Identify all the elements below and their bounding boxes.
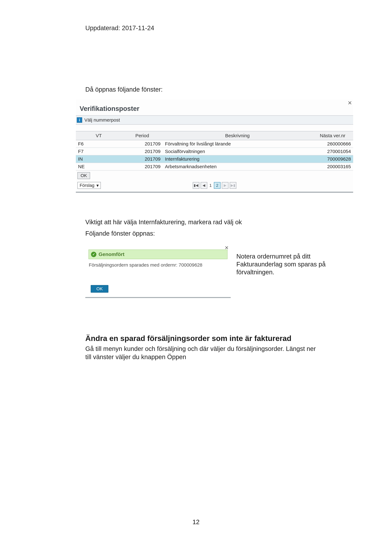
- table-row[interactable]: NE201709Arbetsmarknadsenheten200003165: [76, 163, 353, 170]
- cell-vt: IN: [76, 155, 122, 163]
- info-icon: i: [77, 117, 82, 123]
- cell-desc: Internfakturering: [163, 155, 312, 163]
- section2-heading: Ändra en sparad försäljningsorder som in…: [85, 334, 316, 343]
- mid-paragraph-2: Följande fönster öppnas:: [85, 229, 316, 237]
- cell-vt: F7: [76, 148, 122, 155]
- dialog1-infobar: i Välj nummerpost: [76, 116, 353, 125]
- verifikationsposter-dialog: × Verifikationsposter i Välj nummerpost …: [76, 99, 353, 193]
- updated-label: Uppdaterad: 2017-11-24: [85, 24, 154, 32]
- cell-period: 201709: [122, 163, 163, 170]
- check-icon: ✓: [91, 252, 96, 257]
- verifikations-table: VT Period Beskrivning Nästa ver.nr F6201…: [76, 131, 353, 171]
- genomfort-bar: ✓ Genomfört: [89, 249, 228, 259]
- pager-current-page[interactable]: 2: [214, 182, 221, 189]
- genomfort-dialog: × ✓ Genomfört Försäljningsordern sparade…: [85, 243, 231, 298]
- col-ver[interactable]: Nästa ver.nr: [312, 131, 353, 140]
- note-text: Notera ordernumret på ditt Fakturaunderl…: [236, 243, 331, 298]
- pager-page-1[interactable]: 1: [208, 183, 212, 188]
- pager-next-icon[interactable]: ▶: [222, 182, 229, 189]
- genomfort-message: Försäljningsordern sparades med ordernr:…: [89, 262, 227, 268]
- section2-paragraph-1: Gå till menyn kunder och försäljning och…: [85, 345, 316, 361]
- cell-ver: 200003165: [312, 163, 353, 170]
- genomfort-title: Genomfört: [98, 251, 125, 257]
- dialog1-info-text: Välj nummerpost: [84, 117, 120, 123]
- table-row[interactable]: IN201709Internfakturering700009628: [76, 155, 353, 163]
- ok-button[interactable]: OK: [77, 172, 90, 179]
- cell-period: 201709: [122, 155, 163, 163]
- table-row[interactable]: F7201709Socialförvaltningen270001054: [76, 148, 353, 155]
- dialog1-title: Verifikationsposter: [76, 99, 353, 116]
- cell-desc: Socialförvaltningen: [163, 148, 312, 155]
- cell-vt: NE: [76, 163, 122, 170]
- cell-period: 201709: [122, 140, 163, 148]
- ok-button[interactable]: OK: [91, 285, 108, 293]
- col-vt[interactable]: VT: [76, 131, 122, 140]
- forslag-dropdown-label: Förslag: [80, 183, 94, 188]
- mid-paragraph-1: Viktigt att här välja Internfakturering,…: [85, 218, 316, 226]
- close-icon[interactable]: ×: [348, 99, 352, 107]
- cell-ver: 260000666: [312, 140, 353, 148]
- pager-prev-icon[interactable]: ◀: [201, 182, 207, 189]
- cell-desc: Förvaltning för livslångt lärande: [163, 140, 312, 148]
- col-period[interactable]: Period: [122, 131, 163, 140]
- pager-first-icon[interactable]: ▮◀: [193, 182, 199, 189]
- col-desc[interactable]: Beskrivning: [163, 131, 312, 140]
- cell-ver: 700009628: [312, 155, 353, 163]
- chevron-down-icon: ▾: [97, 183, 98, 188]
- intro-paragraph-1: Då öppnas följande fönster:: [85, 85, 316, 93]
- page-number: 12: [0, 519, 392, 526]
- cell-period: 201709: [122, 148, 163, 155]
- cell-vt: F6: [76, 140, 122, 148]
- close-icon[interactable]: ×: [225, 244, 229, 251]
- cell-ver: 270001054: [312, 148, 353, 155]
- pager: ▮◀ ◀ 1 2 ▶ ▶▮: [193, 182, 236, 189]
- table-row[interactable]: F6201709Förvaltning för livslångt lärand…: [76, 140, 353, 148]
- pager-last-icon[interactable]: ▶▮: [230, 182, 236, 189]
- cell-desc: Arbetsmarknadsenheten: [163, 163, 312, 170]
- forslag-dropdown[interactable]: Förslag ▾: [77, 182, 101, 189]
